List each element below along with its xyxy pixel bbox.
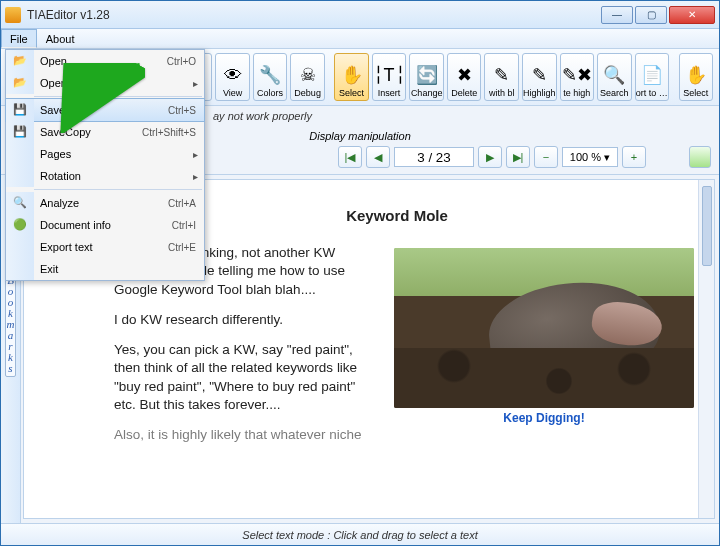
info-icon: 🟢 [13,218,27,232]
toolbar-label: Delete [451,88,477,98]
menu-item-shortcut: Ctrl+E [168,242,204,253]
last-page-button[interactable]: ▶| [506,146,530,168]
debug-icon: ☠ [295,62,321,88]
export-button[interactable]: 📄ort to … [635,53,670,101]
zoom-in-button[interactable]: + [622,146,646,168]
app-icon [5,7,21,23]
open-icon: 📂 [13,76,27,90]
scrollbar-thumb[interactable] [702,186,712,266]
next-page-button[interactable]: ▶ [478,146,502,168]
with-block-icon: ✎ [489,62,515,88]
first-page-button[interactable]: |◀ [338,146,362,168]
menu-item-save[interactable]: 💾SaveCtrl+S [6,99,204,121]
delete-icon: ✖ [451,62,477,88]
save-icon: 💾 [13,125,27,139]
menu-item-label: SaveCopy [34,126,142,138]
doc-paragraph: Also, it is highly likely that whatever … [114,426,374,444]
remove-highlight-button[interactable]: ✎✖te high [560,53,595,101]
search-icon: 🔍 [601,62,627,88]
menu-item-shortcut: Ctrl+Shift+S [142,127,204,138]
close-button[interactable]: ✕ [669,6,715,24]
window-title: TIAEditor v1.28 [27,8,601,22]
menu-item-label: Exit [34,263,204,275]
toolbar-label: Colors [257,88,283,98]
delete-button[interactable]: ✖Delete [447,53,482,101]
view-icon: 👁 [220,62,246,88]
menu-item-rotation[interactable]: Rotation [6,165,204,187]
maximize-button[interactable]: ▢ [635,6,667,24]
toolbar-label: Change [411,88,443,98]
colors-icon: 🔧 [257,62,283,88]
menu-item-label: Open [34,55,167,67]
tab-bookmarks[interactable]: Bookmarks [5,272,17,377]
analyze-icon: 🔍 [13,196,27,210]
vertical-scrollbar[interactable] [698,180,714,518]
menu-item-label: Rotation [34,170,204,182]
highlight-button[interactable]: ✎Highligh [522,53,557,101]
doc-paragraph: Yes, you can pick a KW, say "red paint",… [114,341,374,414]
toolbar-label: te high [563,88,590,98]
toolbar-label: Insert [378,88,401,98]
menu-item-open-recent[interactable]: 📂Open recent [6,72,204,94]
menu-item-label: Export text [34,241,168,253]
remove-highlight-icon: ✎✖ [564,62,590,88]
search-button[interactable]: 🔍Search [597,53,632,101]
toolbar-label: Highligh [523,88,556,98]
menu-item-label: Pages [34,148,204,160]
menu-file[interactable]: File [1,29,37,48]
insert-button[interactable]: ╎T╎Insert [372,53,407,101]
menu-item-open[interactable]: 📂OpenCtrl+O [6,50,204,72]
zoom-out-button[interactable]: − [534,146,558,168]
menu-item-shortcut: Ctrl+I [172,220,204,231]
open-icon: 📂 [13,54,27,68]
menu-about[interactable]: About [37,29,84,48]
menu-item-shortcut: Ctrl+S [168,105,204,116]
menu-item-label: Document info [34,219,172,231]
doc-paragraph: I do KW research differently. [114,311,374,329]
menubar: File About 📂OpenCtrl+O📂Open recent💾SaveC… [1,29,719,49]
toolbar-label: with bl [489,88,515,98]
export-icon: 📄 [639,62,665,88]
insert-icon: ╎T╎ [376,62,402,88]
menu-item-label: Open recent [34,77,204,89]
menu-item-shortcut: Ctrl+O [167,56,204,67]
select-mode-button[interactable]: ✋Select [679,53,714,101]
mole-image [394,248,694,408]
menu-item-document-info[interactable]: 🟢Document infoCtrl+I [6,214,204,236]
toolbar-label: Debug [294,88,321,98]
with-block-button[interactable]: ✎with bl [484,53,519,101]
colors-button[interactable]: 🔧Colors [253,53,288,101]
save-icon: 💾 [13,103,27,117]
toolbar-label: Select [339,88,364,98]
debug-button[interactable]: ☠Debug [290,53,325,101]
menu-item-label: Analyze [34,197,168,209]
select-button[interactable]: ✋Select [334,53,369,101]
doc-figure: Keep Digging! [394,248,694,426]
view-button[interactable]: 👁View [215,53,250,101]
help-button[interactable] [689,146,711,168]
highlight-icon: ✎ [526,62,552,88]
change-button[interactable]: 🔄Change [409,53,444,101]
menu-item-label: Save [34,104,168,116]
app-window: TIAEditor v1.28 — ▢ ✕ File About 📂OpenCt… [0,0,720,546]
change-icon: 🔄 [414,62,440,88]
toolbar-label: Search [600,88,629,98]
minimize-button[interactable]: — [601,6,633,24]
toolbar-label: ort to … [636,88,668,98]
select-mode-icon: ✋ [683,62,709,88]
toolbar-label: Select [683,88,708,98]
menu-item-shortcut: Ctrl+A [168,198,204,209]
menu-item-exit[interactable]: Exit [6,258,204,280]
prev-page-button[interactable]: ◀ [366,146,390,168]
toolbar-label: View [223,88,242,98]
file-dropdown: 📂OpenCtrl+O📂Open recent💾SaveCtrl+S💾SaveC… [5,49,205,281]
select-icon: ✋ [339,62,365,88]
menu-item-savecopy[interactable]: 💾SaveCopyCtrl+Shift+S [6,121,204,143]
titlebar: TIAEditor v1.28 — ▢ ✕ [1,1,719,29]
statusbar: Select text mode : Click and drag to sel… [1,523,719,545]
menu-item-export-text[interactable]: Export textCtrl+E [6,236,204,258]
menu-item-pages[interactable]: Pages [6,143,204,165]
menu-item-analyze[interactable]: 🔍AnalyzeCtrl+A [6,192,204,214]
page-number-input[interactable] [394,147,474,167]
zoom-select[interactable]: 100 % ▾ [562,147,618,167]
